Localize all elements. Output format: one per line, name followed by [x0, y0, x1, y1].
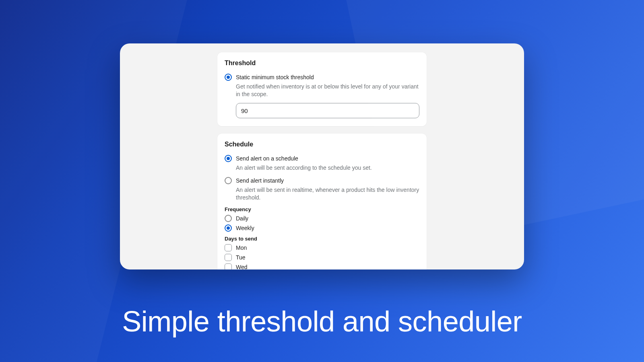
day-tue-label: Tue [236, 254, 246, 261]
threshold-static-label: Static minimum stock threshold [236, 73, 314, 81]
threshold-static-radio[interactable] [225, 74, 232, 81]
frequency-label: Frequency [225, 206, 419, 212]
day-tue-checkbox[interactable] [225, 254, 232, 261]
day-wed-checkbox[interactable] [225, 263, 232, 269]
frequency-daily-label: Daily [236, 215, 248, 222]
schedule-scheduled-desc: An alert will be sent according to the s… [236, 164, 419, 172]
promo-tagline: Simple threshold and scheduler [0, 305, 644, 338]
schedule-mode-instant[interactable]: Send alert instantly [225, 177, 419, 185]
frequency-weekly-radio[interactable] [225, 224, 232, 232]
threshold-title: Threshold [225, 60, 419, 67]
day-mon-checkbox[interactable] [225, 244, 232, 251]
threshold-card: Threshold Static minimum stock threshold… [217, 52, 427, 126]
schedule-scheduled-label: Send alert on a schedule [236, 154, 298, 162]
frequency-weekly[interactable]: Weekly [225, 224, 419, 232]
day-mon[interactable]: Mon [225, 244, 419, 251]
schedule-instant-radio[interactable] [225, 177, 232, 184]
frequency-daily-radio[interactable] [225, 215, 232, 222]
threshold-static-desc: Get notified when inventory is at or bel… [236, 83, 419, 98]
schedule-scheduled-radio[interactable] [225, 155, 232, 162]
settings-window: Threshold Static minimum stock threshold… [120, 43, 524, 269]
schedule-mode-scheduled[interactable]: Send alert on a schedule [225, 154, 419, 162]
days-label: Days to send [225, 236, 419, 242]
schedule-instant-desc: An alert will be sent in realtime, whene… [236, 186, 419, 202]
day-wed[interactable]: Wed [225, 263, 419, 269]
threshold-static-option[interactable]: Static minimum stock threshold [225, 73, 419, 81]
settings-scroll[interactable]: Threshold Static minimum stock threshold… [120, 43, 524, 269]
schedule-title: Schedule [225, 141, 419, 148]
frequency-daily[interactable]: Daily [225, 215, 419, 222]
threshold-value-input[interactable] [236, 103, 419, 118]
day-tue[interactable]: Tue [225, 254, 419, 261]
day-wed-label: Wed [236, 264, 248, 269]
day-mon-label: Mon [236, 245, 247, 251]
frequency-weekly-label: Weekly [236, 225, 254, 231]
schedule-instant-label: Send alert instantly [236, 177, 284, 185]
schedule-card: Schedule Send alert on a schedule An ale… [217, 134, 427, 269]
promo-background: Threshold Static minimum stock threshold… [0, 0, 644, 362]
